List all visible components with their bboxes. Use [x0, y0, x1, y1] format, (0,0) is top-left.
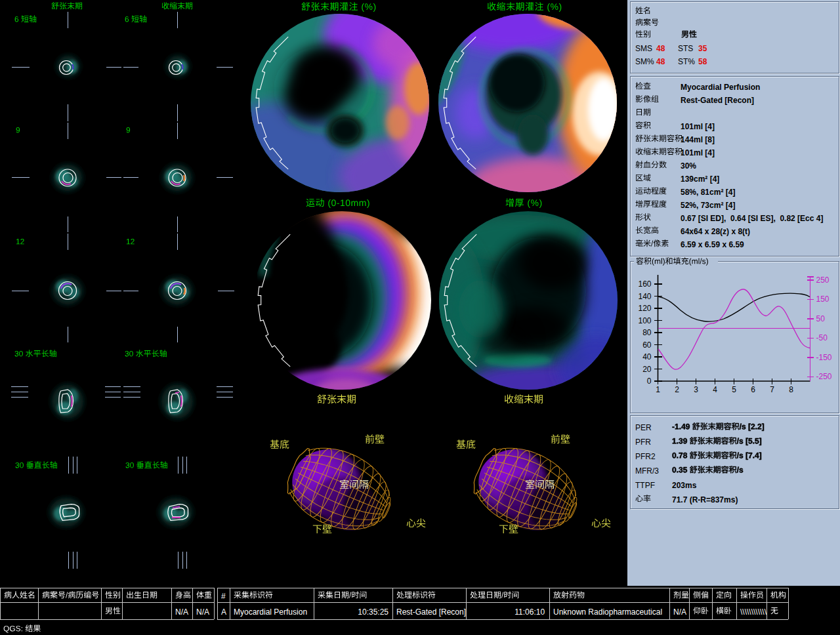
- svg-text:1: 1: [656, 385, 660, 394]
- svg-text:250: 250: [816, 276, 830, 285]
- svg-text:20: 20: [642, 365, 652, 374]
- svg-text:150: 150: [816, 295, 830, 304]
- svg-text:-250: -250: [816, 372, 832, 381]
- svg-text:50: 50: [816, 314, 826, 323]
- svg-text:160: 160: [638, 279, 651, 289]
- svg-text:-50: -50: [816, 333, 828, 342]
- svg-text:120: 120: [638, 304, 651, 313]
- svg-text:5: 5: [732, 385, 736, 394]
- svg-text:2: 2: [675, 385, 679, 394]
- svg-text:7: 7: [770, 385, 774, 394]
- svg-text:-150: -150: [816, 353, 832, 362]
- svg-text:3: 3: [694, 385, 698, 394]
- svg-text:80: 80: [642, 328, 652, 337]
- svg-text:0: 0: [647, 377, 652, 386]
- svg-text:4: 4: [713, 385, 717, 394]
- svg-text:60: 60: [642, 340, 652, 350]
- svg-text:140: 140: [638, 292, 651, 301]
- svg-text:100: 100: [638, 316, 651, 325]
- svg-text:8: 8: [789, 385, 793, 394]
- svg-text:6: 6: [751, 385, 755, 394]
- svg-text:40: 40: [642, 352, 652, 361]
